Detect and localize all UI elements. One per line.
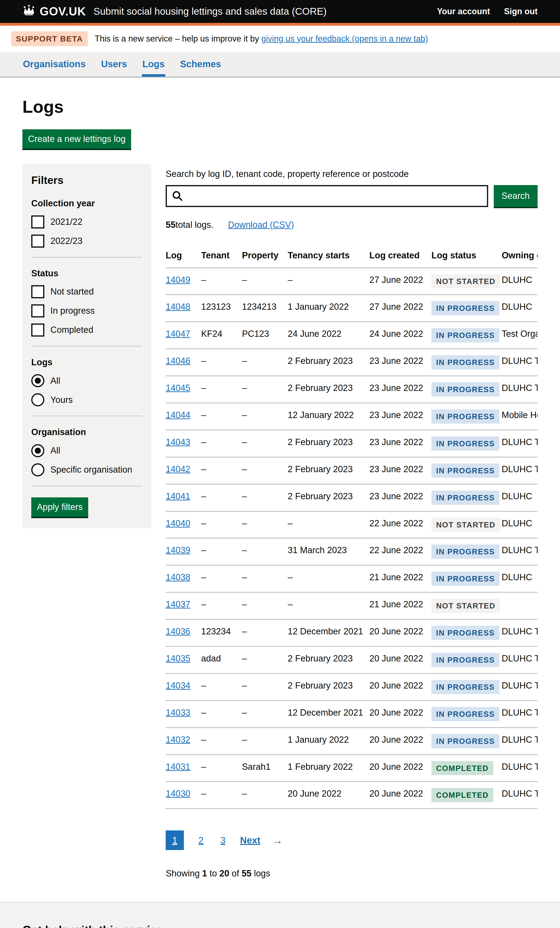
checkbox-label: Completed (50, 324, 93, 336)
radio-logs-yours[interactable] (31, 393, 44, 406)
apply-filters-button[interactable]: Apply filters (31, 498, 88, 517)
tenant-cell: – (201, 430, 242, 457)
status-tag: IN PROGRESS (432, 545, 499, 559)
log-id-link[interactable]: 14035 (166, 653, 191, 663)
nav-item-users[interactable]: Users (101, 52, 127, 76)
status-tag: IN PROGRESS (432, 301, 499, 315)
log-id-link[interactable]: 14036 (166, 626, 191, 636)
tenancy-starts-cell: – (288, 565, 369, 592)
tenant-cell: – (201, 755, 242, 781)
page-title: Logs (22, 96, 538, 118)
nav-item-organisations[interactable]: Organisations (22, 52, 86, 76)
log-id-link[interactable]: 14046 (166, 356, 191, 366)
sign-out-link[interactable]: Sign out (504, 6, 538, 17)
tenancy-starts-cell: 31 March 2023 (288, 538, 369, 565)
log-created-cell: 21 June 2022 (369, 592, 432, 620)
tenancy-starts-cell: 2 February 2023 (288, 647, 369, 674)
status-tag: IN PROGRESS (432, 355, 499, 369)
col-header-property: Property (242, 244, 288, 268)
radio-label: Yours (50, 394, 73, 406)
log-id-link[interactable]: 14045 (166, 383, 191, 393)
log-id-link[interactable]: 14030 (166, 789, 191, 798)
log-id-link[interactable]: 14044 (166, 410, 191, 420)
checkbox-in-progress[interactable] (31, 304, 44, 317)
log-id-link[interactable]: 14040 (166, 518, 191, 528)
filter-divider (31, 416, 142, 416)
page-link-2[interactable]: 2 (196, 830, 206, 850)
filter-group-organisation: Organisation All Specific organisation (31, 426, 142, 476)
status-tag: IN PROGRESS (432, 653, 499, 667)
property-cell: 1234213 (242, 295, 288, 322)
table-row: 14041 – – 2 February 2023 23 June 2022 I… (166, 484, 538, 511)
crown-icon (22, 5, 35, 18)
log-id-link[interactable]: 14038 (166, 572, 191, 582)
table-row: 14032 – – 1 January 2022 20 June 2022 IN… (166, 728, 538, 755)
log-id-link[interactable]: 14034 (166, 681, 191, 690)
tenant-cell: – (201, 349, 242, 376)
tenant-cell: – (201, 511, 242, 538)
search-input[interactable] (166, 185, 488, 207)
log-created-cell: 21 June 2022 (369, 565, 432, 592)
checkbox-2021-22[interactable] (31, 215, 44, 229)
log-created-cell: 20 June 2022 (369, 755, 432, 781)
log-created-cell: 27 June 2022 (369, 295, 432, 322)
tenant-cell: adad (201, 647, 242, 674)
radio-organisation-specific[interactable] (31, 463, 44, 476)
next-page-link[interactable]: Next (240, 834, 260, 846)
nav-item-logs[interactable]: Logs (142, 52, 165, 76)
log-id-link[interactable]: 14041 (166, 491, 191, 501)
status-tag: IN PROGRESS (432, 734, 499, 748)
table-row: 14034 – – 2 February 2023 20 June 2022 I… (166, 673, 538, 701)
col-header-log: Log (166, 244, 201, 268)
log-id-link[interactable]: 14031 (166, 762, 191, 772)
showing-text: logs (252, 868, 270, 878)
radio-organisation-all[interactable] (31, 444, 44, 457)
checkbox-completed[interactable] (31, 324, 44, 337)
log-id-link[interactable]: 14033 (166, 708, 191, 717)
govuk-logo-link[interactable]: GOV.UK (22, 4, 86, 19)
log-id-link[interactable]: 14039 (166, 545, 191, 555)
showing-total: 55 (241, 868, 251, 878)
download-csv-link[interactable]: Download (CSV) (228, 219, 294, 230)
your-account-link[interactable]: Your account (437, 6, 490, 17)
log-created-cell: 20 June 2022 (369, 673, 432, 701)
tenancy-starts-cell: 2 February 2023 (288, 376, 369, 403)
feedback-link[interactable]: giving us your feedback (opens in a new … (261, 34, 428, 43)
property-cell: – (242, 484, 288, 511)
logs-table: Log Tenant Property Tenancy starts Log c… (166, 244, 538, 809)
log-id-link[interactable]: 14049 (166, 275, 191, 285)
log-id-link[interactable]: 14048 (166, 302, 191, 311)
showing-from: 1 (202, 868, 207, 878)
log-id-link[interactable]: 14042 (166, 464, 191, 474)
checkbox-not-started[interactable] (31, 285, 44, 298)
showing-text: to (207, 868, 219, 878)
log-id-link[interactable]: 14032 (166, 735, 191, 745)
nav-item-schemes[interactable]: Schemes (180, 52, 222, 76)
log-created-cell: 22 June 2022 (369, 511, 432, 538)
page-link-3[interactable]: 3 (218, 830, 228, 850)
log-id-link[interactable]: 14037 (166, 599, 191, 609)
status-tag: IN PROGRESS (432, 382, 499, 397)
beta-tag: SUPPORT BETA (11, 31, 88, 46)
radio-logs-all[interactable] (31, 374, 44, 387)
log-id-link[interactable]: 14047 (166, 329, 191, 339)
service-name-link[interactable]: Submit social housing lettings and sales… (93, 5, 327, 18)
govuk-header: GOV.UK Submit social housing lettings an… (0, 0, 560, 26)
create-lettings-log-button[interactable]: Create a new lettings log (22, 129, 131, 149)
page-link-1[interactable]: 1 (166, 830, 184, 850)
search-button[interactable]: Search (494, 185, 538, 207)
tenancy-starts-cell: 1 January 2022 (288, 728, 369, 755)
owning-org-cell: DLUHC Test (502, 647, 538, 674)
tenant-cell: 123123 (201, 295, 242, 322)
owning-org-cell: DLUHC Test (502, 430, 538, 457)
tenant-cell: – (201, 538, 242, 565)
property-cell: – (242, 673, 288, 701)
checkbox-2022-23[interactable] (31, 235, 44, 248)
status-tag: IN PROGRESS (432, 626, 499, 640)
filter-legend: Organisation (31, 426, 142, 438)
owning-org-cell: DLUHC Test (502, 728, 538, 755)
filter-group-status: Status Not started In progress Completed (31, 268, 142, 337)
property-cell: – (242, 403, 288, 430)
log-id-link[interactable]: 14043 (166, 437, 191, 447)
filter-group-logs: Logs All Yours (31, 357, 142, 406)
